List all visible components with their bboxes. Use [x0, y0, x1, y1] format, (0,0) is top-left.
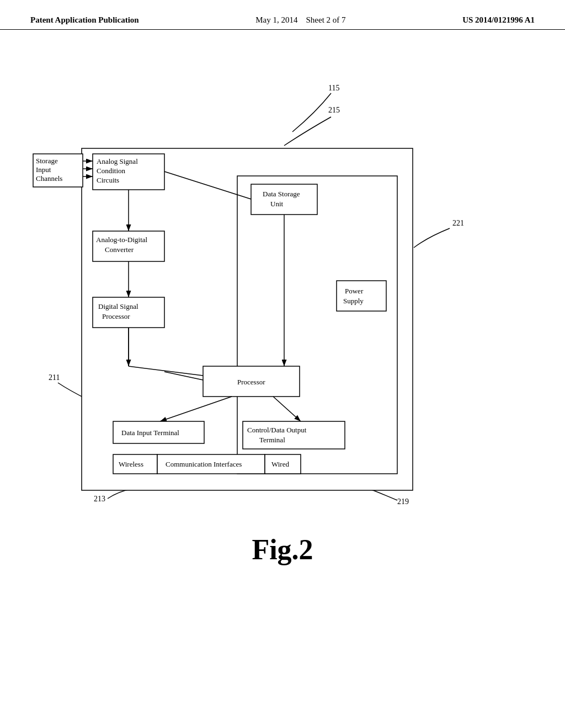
header-date: May 1, 2014: [255, 15, 297, 24]
adc-label1: Analog-to-Digital: [96, 235, 148, 244]
data-storage-label2: Unit: [270, 200, 284, 208]
analog-signal-label2: Condition: [97, 167, 126, 175]
header-center: May 1, 2014 Sheet 2 of 7: [255, 15, 345, 25]
ref-115: 115: [328, 84, 339, 92]
power-supply-box: [337, 281, 386, 311]
power-supply-label2: Supply: [343, 297, 364, 305]
data-storage-label1: Data Storage: [263, 190, 300, 198]
processor-label: Processor: [237, 378, 265, 386]
ref-213: 213: [94, 495, 105, 503]
ref-219: 219: [397, 497, 409, 506]
wired-label: Wired: [271, 460, 289, 468]
power-supply-label1: Power: [345, 287, 364, 295]
storage-input-label3: Channels: [36, 174, 62, 183]
header-publication: Patent Application Publication: [30, 15, 139, 25]
storage-input-label2: Input: [36, 165, 51, 174]
ref-215-line: [284, 117, 331, 146]
adc-label2: Converter: [105, 245, 134, 254]
comm-interfaces-label: Communication Interfaces: [166, 460, 242, 468]
page-header: Patent Application Publication May 1, 20…: [0, 0, 565, 30]
ref-215: 215: [328, 106, 340, 114]
data-input-terminal-label: Data Input Terminal: [121, 429, 179, 437]
storage-input-label: Storage: [36, 157, 58, 165]
ref-221: 221: [452, 219, 464, 227]
ref-211: 211: [49, 373, 60, 382]
analog-signal-label3: Circuits: [97, 176, 119, 184]
control-data-output-label2: Terminal: [259, 436, 285, 444]
data-storage-box: [251, 184, 317, 215]
control-data-output-label1: Control/Data Output: [247, 426, 307, 434]
dsp-label1: Digital Signal: [98, 302, 138, 311]
figure-container: text { font-family: 'Times New Roman', T…: [0, 35, 565, 614]
header-patent-number: US 2014/0121996 A1: [462, 15, 535, 25]
ref-115-line: [292, 93, 331, 132]
wireless-label: Wireless: [119, 460, 143, 468]
dsp-label2: Processor: [102, 312, 130, 320]
analog-signal-label1: Analog Signal: [97, 157, 138, 165]
figure-caption: Fig.2: [252, 534, 313, 565]
diagram-svg: text { font-family: 'Times New Roman', T…: [0, 35, 565, 614]
ref-221-line: [414, 228, 450, 248]
header-sheet: Sheet 2 of 7: [306, 15, 346, 24]
